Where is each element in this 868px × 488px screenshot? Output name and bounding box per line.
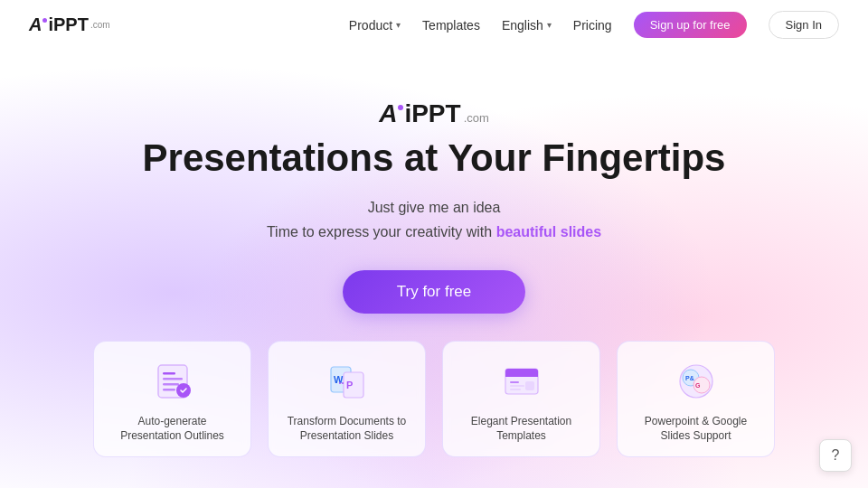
hero-logo-ippt: iPPT <box>404 99 460 128</box>
nav-logo: AiPPT.com <box>29 14 110 35</box>
help-button[interactable]: ? <box>819 439 852 472</box>
feature-card-auto-generate: Auto-generatePresentation Outlines <box>93 341 251 458</box>
transform-docs-icon: W P <box>324 358 371 405</box>
transform-docs-label: Transform Documents toPresentation Slide… <box>288 414 407 445</box>
nav-logo-ippt: iPPT <box>48 14 88 35</box>
svg-rect-13 <box>510 381 519 383</box>
signup-button[interactable]: Sign up for free <box>634 12 747 38</box>
hero-subtitle-line1: Just give me an idea <box>368 200 501 215</box>
nav-logo-purple-dot <box>42 18 47 23</box>
hero-logo-a: A <box>379 99 397 128</box>
navbar: AiPPT.com Product ▾ Templates English ▾ … <box>0 0 868 50</box>
nav-logo-com: .com <box>90 15 110 35</box>
signin-button[interactable]: Sign In <box>769 11 839 39</box>
svg-rect-15 <box>510 389 521 390</box>
feature-card-elegant-templates: Elegant PresentationTemplates <box>442 341 600 458</box>
elegant-templates-label: Elegant PresentationTemplates <box>471 414 571 445</box>
nav-templates[interactable]: Templates <box>422 18 480 33</box>
nav-language[interactable]: English ▾ <box>502 18 552 33</box>
svg-rect-16 <box>525 381 534 390</box>
auto-generate-icon <box>149 358 196 405</box>
feature-cards-row: Auto-generatePresentation Outlines W P T… <box>0 314 868 458</box>
svg-text:P: P <box>346 380 353 390</box>
hero-logo-com: .com <box>464 111 489 125</box>
hero-logo: A iPPT .com <box>379 99 489 128</box>
auto-generate-label: Auto-generatePresentation Outlines <box>120 414 224 445</box>
svg-text:G: G <box>695 382 701 389</box>
ppt-support-label: Powerpoint & GoogleSlides Support <box>645 414 747 445</box>
hero-title: Presentations at Your Fingertips <box>143 137 726 179</box>
feature-card-ppt-support: P& G Powerpoint & GoogleSlides Support <box>617 341 775 458</box>
nav-product[interactable]: Product ▾ <box>349 18 401 33</box>
try-for-free-button[interactable]: Try for free <box>343 270 526 314</box>
svg-rect-1 <box>163 372 175 375</box>
feature-card-transform-docs: W P Transform Documents toPresentation S… <box>268 341 426 458</box>
hero-subtitle: Just give me an idea Time to express you… <box>267 195 601 244</box>
svg-rect-2 <box>163 378 183 380</box>
svg-rect-12 <box>505 374 538 377</box>
nav-pricing[interactable]: Pricing <box>573 18 612 33</box>
svg-rect-4 <box>163 389 175 391</box>
ppt-support-icon: P& G <box>673 358 720 405</box>
hero-logo-purple-dot <box>398 105 403 110</box>
language-chevron-icon: ▾ <box>547 20 552 30</box>
hero-subtitle-line2-plain: Time to express your creativity with <box>267 224 492 239</box>
svg-rect-14 <box>510 385 524 387</box>
elegant-templates-icon <box>498 358 545 405</box>
svg-rect-3 <box>163 383 179 386</box>
help-icon: ? <box>832 447 840 464</box>
product-chevron-icon: ▾ <box>396 20 401 30</box>
svg-text:P&: P& <box>685 375 694 381</box>
hero-subtitle-highlight: beautiful slides <box>496 224 601 239</box>
nav-links: Product ▾ Templates English ▾ Pricing Si… <box>349 11 839 39</box>
nav-logo-ai: A <box>29 14 42 35</box>
hero-section: A iPPT .com Presentations at Your Finger… <box>0 50 868 314</box>
